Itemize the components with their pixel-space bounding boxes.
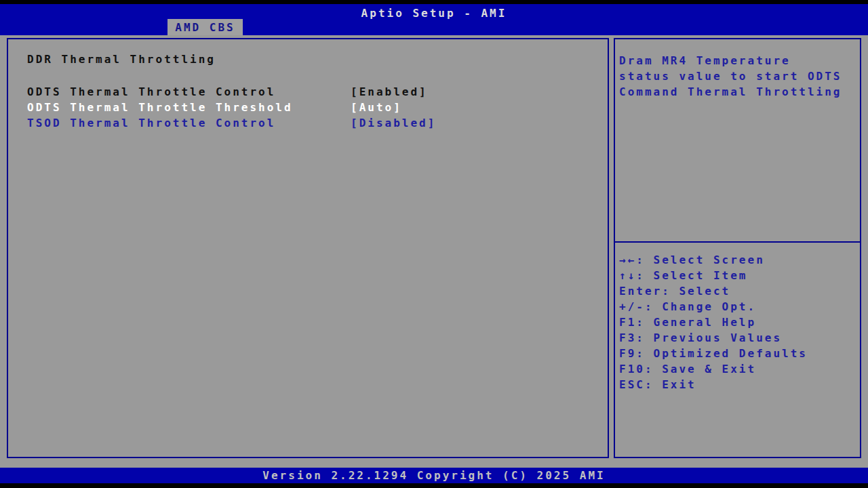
help-panel: Dram MR4 Temperature status value to sta… [614,38,861,458]
option-value[interactable]: [Disabled] [351,117,436,129]
option-value[interactable]: [Enabled] [351,85,428,98]
help-divider [615,241,860,243]
option-list: ODTS Thermal Throttle Control [Enabled] … [8,84,608,131]
tab-amd-cbs[interactable]: AMD CBS [167,19,243,35]
help-text-line: status value to start ODTS [619,68,859,84]
hotkey-select-screen: →←: Select Screen [619,252,859,268]
hotkey-f10-save-exit: F10: Save & Exit [619,361,859,377]
hotkey-select-item: ↑↓: Select Item [619,268,859,283]
hotkey-esc-exit: ESC: Exit [619,377,859,392]
section-heading: DDR Thermal Throttling [27,53,216,66]
header-bar: Aptio Setup - AMI AMD CBS [0,4,868,35]
main-options-panel: DDR Thermal Throttling ODTS Thermal Thro… [7,38,609,458]
hotkey-change-opt: +/-: Change Opt. [619,299,859,314]
help-text: Dram MR4 Temperature status value to sta… [619,53,859,100]
option-tsod-thermal-throttle-control[interactable]: TSOD Thermal Throttle Control [Disabled] [8,115,608,131]
hotkey-f3-previous-values: F3: Previous Values [619,330,859,346]
option-label: ODTS Thermal Throttle Threshold [27,101,351,114]
option-odts-thermal-throttle-control[interactable]: ODTS Thermal Throttle Control [Enabled] [8,84,608,100]
body-area: DDR Thermal Throttling ODTS Thermal Thro… [0,35,868,468]
page-title: Aptio Setup - AMI [0,7,868,20]
version-text: Version 2.22.1294 Copyright (C) 2025 AMI [262,469,605,482]
hotkey-enter-select: Enter: Select [619,283,859,299]
help-text-line: Command Thermal Throttling [619,84,859,100]
option-label: TSOD Thermal Throttle Control [27,117,351,129]
footer-bar: Version 2.22.1294 Copyright (C) 2025 AMI [0,468,868,483]
hotkey-f9-optimized-defaults: F9: Optimized Defaults [619,346,859,361]
bios-setup-screen: Aptio Setup - AMI AMD CBS DDR Thermal Th… [0,0,868,488]
option-label: ODTS Thermal Throttle Control [27,85,351,98]
hotkey-legend: →←: Select Screen ↑↓: Select Item Enter:… [619,252,859,392]
hotkey-f1-general-help: F1: General Help [619,314,859,330]
option-value[interactable]: [Auto] [351,101,402,114]
help-text-line: Dram MR4 Temperature [619,53,859,68]
option-odts-thermal-throttle-threshold[interactable]: ODTS Thermal Throttle Threshold [Auto] [8,100,608,115]
